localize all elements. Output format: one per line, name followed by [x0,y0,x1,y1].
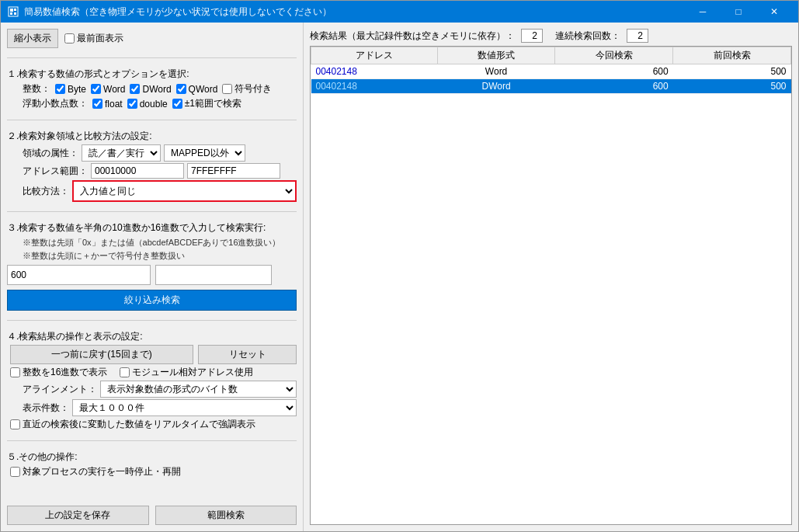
float-checkbox-label[interactable]: float [92,99,123,110]
col-header-previous: 前回検索 [673,47,791,64]
range1-checkbox[interactable] [172,99,182,109]
section5: ５.その他の操作: 対象プロセスの実行を一時停止・再開 [7,447,297,480]
alignment-label: アラインメント： [23,383,97,396]
hex-module-row: 整数を16進数で表示 モジュール相対アドレス使用 [7,366,297,379]
title-bar-left: 簡易数値検索（空き物理メモリが少ない状況では使用しないでください） [7,5,332,19]
address-start-input[interactable]: 00010000 [91,163,184,179]
alignment-row: アラインメント： 表示対象数値の形式のバイト数 1 2 4 8 [7,381,297,398]
qword-checkbox-label[interactable]: QWord [176,84,218,95]
range-search-button[interactable]: 範囲検索 [155,506,297,525]
section2: ２.検索対象領域と比較方法の設定: 領域の属性： 読／書／実行 MAPPED以外… [7,127,297,203]
results-count-display: 2 [521,29,543,43]
table-row[interactable]: 00402148 DWord 600 500 [311,79,791,94]
table-row[interactable]: 00402148 Word 600 500 [311,64,791,79]
region-select1[interactable]: 読／書／実行 [82,144,161,162]
signed-checkbox[interactable] [222,84,232,94]
results-tbody: 00402148 Word 600 500 00402148 DWord 600… [311,64,791,94]
right-panel: 検索結果（最大記録件数は空きメモリに依存）： 2 連続検索回数： 2 アドレス … [304,23,798,531]
section2-label: ２.検索対象領域と比較方法の設定: [7,130,297,143]
cell-address: 00402148 [311,64,438,79]
divider-2 [7,211,297,212]
cell-previous: 500 [673,64,791,79]
word-checkbox-label[interactable]: Word [91,84,125,95]
note2: ※整数は先頭に＋かーで符号付き整数扱い [7,249,297,263]
window-title: 簡易数値検索（空き物理メモリが少ない状況では使用しないでください） [24,5,332,19]
section1: １.検索する数値の形式とオプションを選択: 整数： Byte Word DWor… [7,64,297,112]
range1-label: ±1範囲で検索 [185,97,241,110]
address-end-input[interactable]: 7FFEFFFF [187,163,280,179]
front-label: 最前面表示 [77,32,123,45]
module-checkbox[interactable] [120,367,130,377]
pause-checkbox[interactable] [10,467,20,477]
svg-rect-2 [14,9,16,11]
shrink-button[interactable]: 縮小表示 [7,29,58,48]
svg-rect-1 [10,9,13,12]
results-label: 検索結果（最大記録件数は空きメモリに依存）： [310,30,515,43]
byte-checkbox-label[interactable]: Byte [55,84,86,95]
display-count-select[interactable]: 最大１０００件 最大１００件 最大１万件 [72,399,297,416]
section4: ４.検索結果の操作と表示の設定: 一つ前に戻す(15回まで) リセット 整数を1… [7,327,297,433]
word-label: Word [103,84,125,95]
double-checkbox-label[interactable]: double [127,99,168,110]
cell-format: DWord [437,79,555,94]
cell-previous: 500 [673,79,791,94]
byte-label: Byte [68,84,86,95]
note1: ※整数は先頭「0x」または値（abcdefABCDEFありで16進数扱い） [7,236,297,249]
float-label: float [105,99,123,110]
section5-label: ５.その他の操作: [7,450,297,464]
double-checkbox[interactable] [127,99,137,109]
search-input-row [7,265,297,285]
svg-rect-3 [10,12,12,15]
cell-format: Word [437,64,555,79]
front-checkbox-label[interactable]: 最前面表示 [64,32,123,45]
hex-checkbox[interactable] [10,367,20,377]
cell-current: 600 [555,64,673,79]
pause-checkbox-label[interactable]: 対象プロセスの実行を一時停止・再開 [10,465,181,478]
byte-checkbox[interactable] [55,84,65,94]
dword-checkbox-label[interactable]: DWord [130,84,171,95]
qword-checkbox[interactable] [176,84,186,94]
minimize-button[interactable]: ─ [685,1,721,23]
float-checkbox[interactable] [92,99,102,109]
region-row: 領域の属性： 読／書／実行 MAPPED以外 [7,144,297,162]
front-checkbox[interactable] [64,33,75,43]
dword-checkbox[interactable] [130,84,140,94]
maximize-button[interactable]: □ [721,1,756,23]
realtime-label: 直近の検索後に変動した数値をリアルタイムで強調表示 [23,418,255,431]
float-prefix: 浮動小数点数： [23,97,88,110]
divider-1 [7,120,297,120]
compare-method-select[interactable]: 入力値と同じ 前回より増加 前回より減少 前回と同じ 前回と異なる [74,182,295,200]
double-label: double [140,99,168,110]
content-area: 縮小表示 最前面表示 １.検索する数値の形式とオプションを選択: 整数： Byt… [1,23,798,531]
compare-select-wrap: 入力値と同じ 前回より増加 前回より減少 前回と同じ 前回と異なる [72,180,297,202]
divider-3 [7,320,297,321]
undo-reset-row: 一つ前に戻す(15回まで) リセット [7,345,297,364]
search-value-input[interactable] [7,265,151,285]
dword-label: DWord [142,84,171,95]
range1-checkbox-label[interactable]: ±1範囲で検索 [172,97,241,110]
float-row: 浮動小数点数： float double ±1範囲で検索 [7,97,297,110]
module-label: モジュール相対アドレス使用 [132,366,253,379]
int-label: 整数： [23,82,50,96]
realtime-checkbox[interactable] [10,419,20,429]
compare-label: 比較方法： [23,185,69,198]
region-select2[interactable]: MAPPED以外 [164,144,245,162]
save-settings-button[interactable]: 上の設定を保存 [7,506,149,525]
divider-top [7,57,297,58]
signed-checkbox-label[interactable]: 符号付き [222,82,272,96]
narrow-search-button[interactable]: 絞り込み検索 [7,290,297,311]
reset-button[interactable]: リセット [198,345,297,364]
word-checkbox[interactable] [91,84,101,94]
hex-checkbox-label[interactable]: 整数を16進数で表示 [10,366,107,379]
module-checkbox-label[interactable]: モジュール相対アドレス使用 [120,366,253,379]
section1-label: １.検索する数値の形式とオプションを選択: [7,68,297,81]
alignment-select[interactable]: 表示対象数値の形式のバイト数 1 2 4 8 [100,381,297,398]
app-icon [7,5,19,18]
realtime-checkbox-label[interactable]: 直近の検索後に変動した数値をリアルタイムで強調表示 [10,418,255,431]
search-value-input2[interactable] [155,265,272,285]
table-header: アドレス 数値形式 今回検索 前回検索 [311,47,791,64]
col-header-address: アドレス [311,47,438,64]
col-header-current: 今回検索 [555,47,673,64]
undo-button[interactable]: 一つ前に戻す(15回まで) [10,345,193,364]
close-button[interactable]: ✕ [756,1,792,23]
